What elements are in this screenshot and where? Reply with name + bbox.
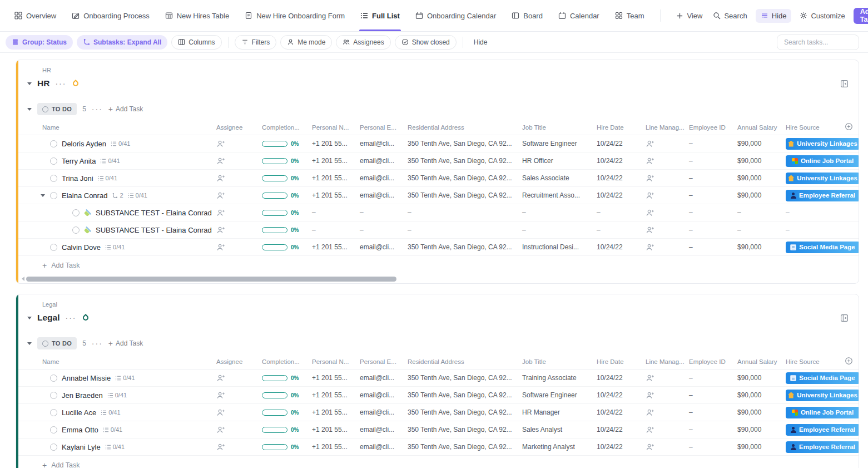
show-closed-chip[interactable]: Show closed	[395, 35, 457, 50]
line-manager-cell[interactable]	[641, 209, 685, 217]
personal-number-cell[interactable]: +1 201 55...	[307, 374, 355, 382]
hire-date-cell[interactable]: –	[592, 226, 641, 234]
hide-toolbar-button[interactable]: Hide	[469, 38, 492, 46]
completion-cell[interactable]: 0%	[257, 210, 307, 216]
checklist-count-badge[interactable]: 0/41	[105, 444, 125, 450]
personal-number-cell[interactable]: +1 201 55...	[307, 140, 355, 147]
employee-id-cell[interactable]: –	[685, 426, 733, 433]
hire-date-cell[interactable]: 10/24/22	[592, 391, 641, 399]
column-header[interactable]: Assignee	[212, 358, 257, 365]
hire-date-cell[interactable]: 10/24/22	[592, 374, 641, 382]
group-title[interactable]: Legal	[37, 313, 59, 323]
job-title-cell[interactable]: Software Engineer	[518, 391, 592, 399]
hire-source-badge[interactable]: Social Media Page	[786, 242, 859, 253]
task-name[interactable]: Kaylani Lyle	[62, 443, 101, 451]
employee-id-cell[interactable]: –	[685, 443, 733, 451]
personal-email-cell[interactable]: –	[355, 226, 403, 234]
hire-source-cell[interactable]: Online Job Portal	[781, 407, 859, 418]
job-title-cell[interactable]: Recruitment Asso...	[518, 191, 592, 199]
tab-board[interactable]: Board	[506, 0, 548, 31]
hire-source-badge[interactable]: Social Media Page	[786, 372, 859, 384]
checklist-count-badge[interactable]: 0/41	[105, 244, 125, 250]
assignee-cell[interactable]	[212, 374, 257, 382]
hire-date-cell[interactable]: 10/24/22	[592, 191, 641, 199]
task-status-circle-icon[interactable]	[50, 175, 57, 182]
status-collapse-caret-icon[interactable]	[27, 108, 32, 111]
me-mode-chip[interactable]: Me mode	[280, 35, 332, 50]
task-status-circle-icon[interactable]	[72, 209, 80, 216]
annual-salary-cell[interactable]: $90,000	[733, 140, 781, 147]
job-title-cell[interactable]: –	[518, 226, 592, 234]
hire-source-cell[interactable]: –	[781, 209, 859, 216]
hire-source-cell[interactable]: Employee Referral	[781, 441, 859, 453]
personal-email-cell[interactable]: email@cli...	[355, 443, 403, 451]
hire-source-cell[interactable]: University Linkages	[781, 173, 859, 184]
status-badge[interactable]: TO DO	[37, 103, 77, 115]
task-status-circle-icon[interactable]	[50, 140, 57, 147]
personal-email-cell[interactable]: email@cli...	[355, 174, 403, 182]
column-header[interactable]: Residential Address	[403, 358, 518, 365]
add-task-button[interactable]: Add Task	[854, 8, 868, 24]
hire-source-badge[interactable]: Employee Referral	[786, 424, 859, 436]
personal-number-cell[interactable]: +1 201 55...	[307, 157, 355, 165]
residential-address-cell[interactable]: 350 Tenth Ave, San Diego, CA 92...	[403, 174, 518, 182]
hire-source-cell[interactable]: University Linkages	[781, 138, 859, 150]
personal-email-cell[interactable]: email@cli...	[355, 157, 403, 165]
table-row[interactable]: Terry Anita 0/41 0% +1 201 55... email@c…	[18, 152, 859, 170]
assignee-cell[interactable]	[212, 140, 257, 148]
column-header[interactable]: Completion...	[257, 124, 307, 131]
completion-cell[interactable]: 0%	[257, 375, 307, 381]
task-status-circle-icon[interactable]	[50, 192, 57, 199]
personal-number-cell[interactable]: –	[307, 226, 355, 234]
annual-salary-cell[interactable]: $90,000	[733, 408, 781, 416]
annual-salary-cell[interactable]: $90,000	[733, 426, 781, 433]
personal-number-cell[interactable]: +1 201 55...	[307, 426, 355, 433]
table-row[interactable]: SUBSTANCE TEST - Elaina Conrad 0% – – – …	[18, 204, 859, 221]
hire-source-cell[interactable]: Employee Referral	[781, 424, 859, 436]
checklist-count-badge[interactable]: 0/41	[128, 192, 147, 199]
residential-address-cell[interactable]: 350 Tenth Ave, San Diego, CA 92...	[403, 140, 518, 147]
tab-new-hires-table[interactable]: New Hires Table	[160, 0, 235, 31]
annual-salary-cell[interactable]: –	[733, 226, 781, 234]
add-column-icon[interactable]	[845, 122, 853, 131]
table-row[interactable]: Calvin Dove 0/41 0% +1 201 55... email@c…	[18, 239, 859, 256]
line-manager-cell[interactable]	[641, 140, 685, 148]
checklist-count-badge[interactable]: 0/41	[107, 392, 127, 398]
personal-number-cell[interactable]: +1 201 55...	[307, 443, 355, 451]
residential-address-cell[interactable]: 350 Tenth Ave, San Diego, CA 92...	[403, 391, 518, 399]
personal-email-cell[interactable]: email@cli...	[355, 408, 403, 416]
checklist-count-badge[interactable]: 0/41	[111, 140, 130, 147]
status-badge[interactable]: TO DO	[37, 337, 77, 349]
personal-email-cell[interactable]: –	[355, 209, 403, 216]
line-manager-cell[interactable]	[641, 243, 685, 252]
residential-address-cell[interactable]: 350 Tenth Ave, San Diego, CA 92...	[403, 408, 518, 416]
column-header[interactable]: Assignee	[212, 124, 257, 131]
personal-email-cell[interactable]: email@cli...	[355, 140, 403, 147]
columns-chip[interactable]: Columns	[171, 35, 221, 50]
scrollbar-thumb[interactable]	[26, 277, 396, 282]
task-status-circle-icon[interactable]	[50, 244, 57, 251]
assignee-cell[interactable]	[212, 426, 257, 434]
table-row[interactable]: Deloris Ayden 0/41 0% +1 201 55... email…	[18, 135, 859, 152]
group-collapse-caret-icon[interactable]	[27, 82, 32, 85]
employee-id-cell[interactable]: –	[685, 191, 733, 199]
status-collapse-caret-icon[interactable]	[27, 342, 32, 345]
line-manager-cell[interactable]	[641, 174, 685, 183]
column-header[interactable]: Completion...	[257, 358, 307, 365]
hire-date-cell[interactable]: 10/24/22	[592, 140, 641, 147]
column-header[interactable]: Residential Address	[403, 124, 518, 131]
assignee-cell[interactable]	[212, 443, 257, 451]
add-task-footer-button[interactable]: + Add Task	[18, 256, 859, 274]
column-header[interactable]: Job Title	[518, 124, 592, 131]
personal-number-cell[interactable]: +1 201 55...	[307, 174, 355, 182]
hire-source-cell[interactable]: University Linkages	[781, 390, 859, 401]
column-header[interactable]: Personal N...	[307, 358, 355, 365]
tab-onboarding-process[interactable]: Onboarding Process	[66, 0, 155, 31]
hire-source-badge[interactable]: University Linkages	[786, 138, 859, 150]
task-name[interactable]: Deloris Ayden	[62, 140, 106, 148]
annual-salary-cell[interactable]: $90,000	[733, 191, 781, 199]
hire-source-badge[interactable]: Online Job Portal	[786, 407, 859, 418]
column-header[interactable]: Personal E...	[355, 358, 403, 365]
employee-id-cell[interactable]: –	[685, 243, 733, 251]
checklist-count-badge[interactable]: 0/41	[101, 409, 120, 416]
